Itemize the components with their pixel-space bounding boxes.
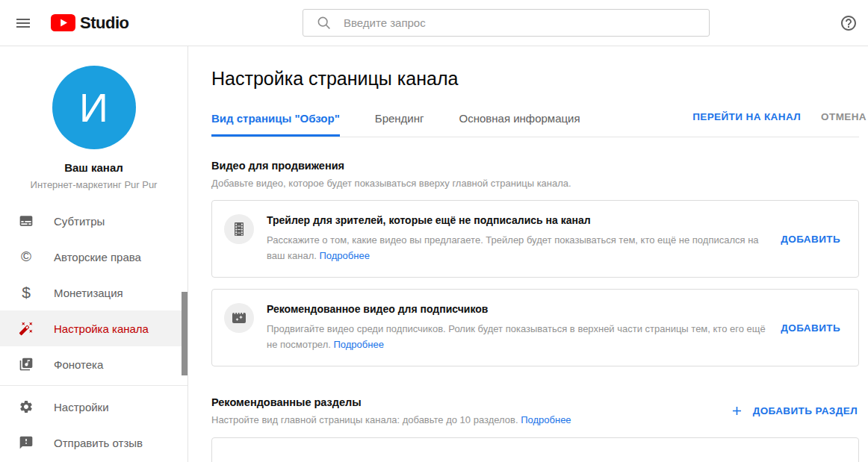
channel-subtitle: Интернет-маркетинг Pur Pur — [0, 179, 187, 190]
sections-subtitle-text: Настройте вид главной страницы канала: д… — [211, 414, 518, 425]
magic-wand-icon — [18, 320, 34, 337]
youtube-studio-logo[interactable]: Studio — [51, 13, 128, 33]
add-trailer-button[interactable]: ДОБАВИТЬ — [781, 234, 840, 245]
sidebar-item-send-feedback[interactable]: Отправить отзыв — [0, 425, 187, 461]
page-title: Настройка страницы канала — [211, 46, 859, 90]
film-icon — [224, 214, 254, 244]
avatar-letter: И — [79, 87, 108, 128]
help-icon[interactable] — [840, 14, 858, 32]
menu-icon[interactable] — [14, 14, 32, 32]
card-title: Рекомендованное видео для подписчиков — [267, 303, 769, 315]
channel-profile: И Ваш канал Интернет-маркетинг Pur Pur — [0, 46, 187, 190]
audio-library-icon — [18, 356, 34, 372]
sidebar-item-settings[interactable]: Настройки — [0, 389, 187, 425]
channel-avatar[interactable]: И — [52, 66, 136, 149]
sidebar-item-label: Фонотека — [54, 358, 103, 371]
sidebar-item-monetization[interactable]: $ Монетизация — [0, 275, 187, 310]
add-section-label: ДОБАВИТЬ РАЗДЕЛ — [753, 405, 858, 416]
sidebar-menu: Субтитры © Авторские права $ Монетизация… — [0, 203, 187, 461]
sidebar-item-audio-library[interactable]: Фонотека — [0, 346, 187, 382]
tab-layout[interactable]: Вид страницы "Обзор" — [211, 106, 340, 137]
learn-more-link[interactable]: Подробнее — [333, 339, 383, 350]
channel-name: Ваш канал — [0, 161, 187, 174]
plus-icon — [730, 404, 744, 418]
header-actions: ПЕРЕЙТИ НА КАНАЛ ОТМЕНА — [692, 111, 867, 122]
sidebar-item-label: Настройки — [54, 401, 109, 413]
learn-more-link[interactable]: Подробнее — [521, 414, 571, 425]
tab-bar: Вид страницы "Обзор" Брендинг Основная и… — [211, 106, 859, 137]
sidebar-item-label: Отправить отзыв — [54, 437, 143, 449]
monetization-icon: $ — [18, 284, 34, 301]
featured-video-card: Рекомендованное видео для подписчиков Пр… — [211, 289, 859, 366]
logo-text: Studio — [80, 13, 128, 33]
sections-header: Рекомендованные разделы Настройте вид гл… — [211, 396, 859, 425]
youtube-play-icon — [51, 14, 75, 31]
learn-more-link[interactable]: Подробнее — [319, 250, 369, 261]
tab-basic-info[interactable]: Основная информация — [459, 106, 580, 137]
sidebar-item-subtitles[interactable]: Субтитры — [0, 203, 187, 239]
sidebar-item-customization[interactable]: Настройка канала — [0, 310, 187, 346]
add-section-button[interactable]: ДОБАВИТЬ РАЗДЕЛ — [730, 404, 858, 418]
card-description: Продвигайте видео среди подписчиков. Рол… — [267, 321, 769, 352]
sections-title: Рекомендованные разделы — [211, 396, 571, 408]
copyright-icon: © — [18, 249, 34, 265]
sidebar-item-label: Авторские права — [54, 251, 141, 263]
sections-header-text: Рекомендованные разделы Настройте вид гл… — [211, 396, 571, 425]
sidebar-item-label: Монетизация — [54, 287, 123, 299]
gear-icon — [18, 399, 34, 415]
promo-section-title: Видео для продвижения — [211, 160, 859, 172]
tab-branding[interactable]: Брендинг — [375, 106, 424, 137]
sidebar: И Ваш канал Интернет-маркетинг Pur Pur С… — [0, 46, 188, 462]
trailer-card: Трейлер для зрителей, которые ещё не под… — [211, 200, 859, 278]
card-action: ДОБАВИТЬ — [769, 321, 840, 334]
featured-video-icon — [224, 303, 254, 333]
sidebar-scrollbar-thumb[interactable] — [182, 292, 187, 375]
card-text: Трейлер для зрителей, которые ещё не под… — [267, 214, 769, 263]
sidebar-item-copyright[interactable]: © Авторские права — [0, 239, 187, 275]
card-title: Трейлер для зрителей, которые ещё не под… — [267, 214, 769, 226]
shorts-section-row: Короткие видео (0) Этот раздел появится … — [211, 437, 859, 462]
main-content: Настройка страницы канала Вид страницы "… — [188, 46, 868, 462]
cancel-button[interactable]: ОТМЕНА — [821, 111, 867, 122]
go-to-channel-button[interactable]: ПЕРЕЙТИ НА КАНАЛ — [692, 111, 801, 122]
top-app-bar: Studio — [0, 0, 868, 46]
sidebar-item-label: Настройка канала — [54, 322, 149, 335]
promo-section-subtitle: Добавьте видео, которое будет показывать… — [211, 178, 859, 189]
sections-subtitle: Настройте вид главной страницы канала: д… — [211, 414, 571, 425]
feedback-icon — [18, 434, 34, 451]
search-input[interactable] — [344, 16, 709, 29]
sidebar-item-label: Субтитры — [54, 215, 105, 228]
search-box — [303, 9, 710, 37]
card-text: Рекомендованное видео для подписчиков Пр… — [267, 303, 769, 352]
add-featured-video-button[interactable]: ДОБАВИТЬ — [781, 322, 840, 334]
card-description: Расскажите о том, какие видео вы предлаг… — [267, 232, 769, 263]
search-icon — [316, 15, 332, 31]
subtitles-icon — [18, 213, 34, 229]
card-action: ДОБАВИТЬ — [769, 232, 840, 246]
